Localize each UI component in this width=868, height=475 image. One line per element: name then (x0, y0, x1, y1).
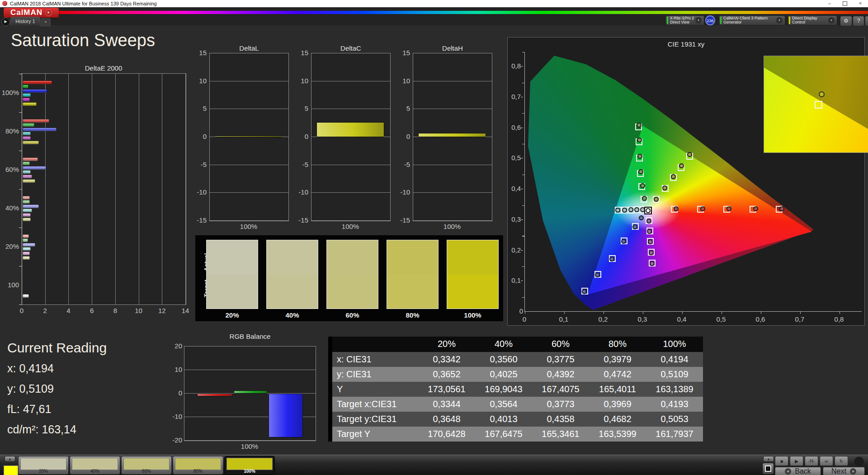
deltaL-y-tick: 0 (193, 133, 207, 140)
patch-color (226, 458, 273, 470)
patch-button-20%[interactable]: 20% (18, 456, 69, 475)
cie-measured-cyan (634, 207, 639, 212)
cie-x-tick: 0,6 (752, 315, 769, 323)
deltaH-bar (418, 133, 486, 137)
table-row-label: y: CIE31 (332, 367, 418, 382)
table-cell: 0,3652 (418, 367, 475, 382)
current-reading-cdm2: cd/m²: 163,14 (7, 423, 76, 436)
deltae-x-tick: 10 (132, 307, 146, 314)
tab-history-1[interactable]: History 1 (10, 17, 40, 26)
cie-measured-green (640, 183, 645, 188)
expand-swatches-button[interactable]: ▲ (5, 456, 15, 462)
cie-x-tick: 0,1 (556, 315, 572, 323)
source-dropdown[interactable]: CalMAN Client 3 Pattern Generator ▼ (719, 15, 785, 25)
deltae-bar-100%-1 (23, 85, 28, 88)
deltaL-y-tick: 15 (193, 49, 207, 57)
chevron-down-icon: ▼ (695, 17, 702, 24)
source-status-indicator (720, 17, 722, 24)
calman-logo-button[interactable]: CalMAN ▼ (4, 8, 59, 18)
deltaL-y-tick: -5 (193, 161, 207, 168)
help-button[interactable]: ? (853, 16, 864, 26)
status-indicator-button[interactable] (854, 456, 864, 467)
cie-x-tick: 0,3 (634, 315, 651, 323)
cie-y-tick: 0,1- (508, 276, 523, 284)
settings-button[interactable]: ⚙ (840, 16, 852, 26)
pattern-button[interactable]: -H- (805, 456, 818, 466)
deltae-bar-20%-0 (23, 234, 29, 238)
back-button[interactable]: « Back (775, 467, 821, 475)
restore-button[interactable] (837, 0, 853, 7)
table-cell: 0,5053 (646, 412, 703, 427)
patch-button-100%[interactable]: 100% (224, 456, 275, 475)
table-cell: 0,3648 (418, 412, 475, 427)
swatch-target (267, 275, 318, 309)
deltae-bar-60%-4 (23, 175, 32, 178)
calman-logo-label: CalMAN (10, 8, 42, 17)
next-button-label: Next (831, 467, 846, 475)
cie-measured-green (642, 196, 647, 201)
table-cell: 169,9043 (475, 382, 532, 397)
deltaL-y-tick: -15 (193, 216, 207, 224)
table-cell: 0,4193 (646, 397, 703, 412)
rgb-balance-x-label: 100% (184, 442, 315, 450)
expand-transport-button[interactable]: ▲ (763, 456, 774, 462)
table-cell: 0,3969 (589, 397, 646, 412)
deltae-group-label: 20% (0, 227, 19, 266)
back-chevron-icon: « (785, 468, 791, 475)
swatch-100% (447, 240, 499, 309)
cie-y-tick: 0,2- (508, 246, 523, 254)
table-cell: 167,4075 (532, 382, 589, 397)
deltaH-y-tick: -15 (396, 216, 410, 224)
deltaC-y-tick: -5 (295, 161, 308, 168)
deltae-bar-80%-1 (23, 123, 34, 127)
table-cell: 0,4392 (532, 367, 589, 382)
deltae-bar-20%-5 (23, 256, 30, 260)
patch-button-40%[interactable]: 40% (70, 456, 120, 475)
minimize-button[interactable]: – (822, 0, 837, 7)
cie-measured-magenta (649, 250, 654, 255)
stop-button[interactable]: ■ (775, 456, 788, 466)
table-cell: 0,3979 (589, 352, 646, 367)
table-row: Target Y170,6428167,6475165,3461163,5399… (332, 427, 703, 442)
cie-1931-panel: CIE 1931 xy 00,1-0,2-0,3-0,4-0,5-0,6-0,7… (507, 37, 865, 326)
pattern-window-button[interactable] (762, 463, 774, 475)
cie-zoom-inset (764, 56, 868, 153)
patch-color (20, 458, 66, 470)
close-button[interactable]: × (853, 0, 868, 7)
table-header-cell: 40% (475, 337, 532, 352)
bottom-toolbar: ▲ 20%40%60%80%100% ▲ ■▶-H-∞↻ « Back Next… (0, 455, 868, 475)
swatch-60% (326, 240, 378, 309)
deltae-group-label: 60% (0, 150, 19, 189)
display-control-dropdown[interactable]: Direct Display Control ▼ (788, 15, 837, 25)
deltaL-y-tick: -10 (193, 188, 207, 196)
loop-button[interactable]: ∞ (820, 456, 833, 466)
next-button[interactable]: Next » (823, 467, 865, 475)
collapse-panel-button[interactable]: ◀ (865, 16, 868, 26)
meter-count-badge[interactable]: 236 (705, 15, 715, 25)
swatch-actual (447, 240, 498, 275)
patch-button-label: 100% (225, 469, 274, 474)
swatch-label: 20% (206, 311, 258, 319)
deltac-chart-title: DeltaC (311, 44, 391, 52)
deltae-bar-40%-2 (23, 204, 39, 208)
deltae-bar-60%-3 (23, 170, 31, 174)
window-titlebar: CalMAN 2018 CalMAN Ultimate for Business… (0, 0, 868, 7)
cie-chart-title: CIE 1931 xy (508, 40, 864, 48)
patch-button-label: 20% (19, 469, 68, 474)
patch-button-60%[interactable]: 60% (121, 456, 172, 475)
refresh-button[interactable]: ↻ (835, 456, 848, 466)
chevron-down-icon: ▼ (828, 17, 835, 24)
add-tab-button[interactable]: + (41, 18, 51, 26)
table-cell: 0,3773 (532, 397, 589, 412)
deltac-chart (311, 53, 391, 221)
run-tab-button[interactable]: ▶ (1, 18, 10, 26)
rgb-bar-blue (269, 394, 303, 437)
deltae-bar-80%-5 (23, 141, 39, 144)
play-button[interactable]: ▶ (790, 456, 803, 466)
meter-dropdown[interactable]: X-Rite i1Pro 2Direct View ▼ (665, 15, 704, 25)
table-row-label: x: CIE31 (332, 352, 418, 367)
deltae-bar-40%-1 (23, 200, 30, 204)
header-bar: CalMAN ▼ ▶ History 1 + X-Rite i1Pro 2Dir… (0, 7, 868, 25)
cie-measured-blue (639, 215, 644, 220)
patch-button-80%[interactable]: 80% (173, 456, 223, 475)
